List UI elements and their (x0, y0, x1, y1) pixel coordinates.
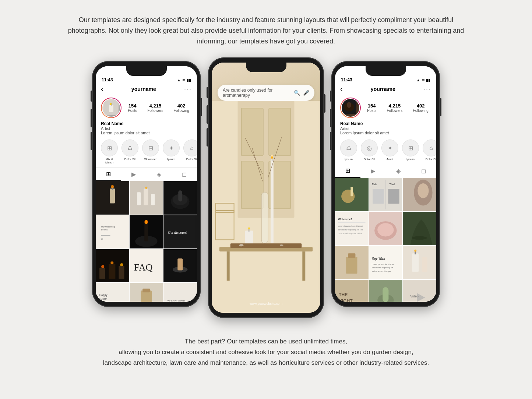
highlight-label-r5: Dolor Sit (426, 158, 436, 161)
signal-icon-right: ▲ (416, 78, 420, 82)
svg-text:Our Upcoming: Our Upcoming (101, 225, 115, 227)
battery-icon-right: ▮▮ (426, 78, 430, 82)
tab-video-right[interactable]: ▶ (360, 164, 386, 178)
svg-rect-78 (347, 102, 351, 108)
highlight-label-4: Ipsum (167, 158, 175, 161)
svg-point-26 (145, 220, 147, 224)
story-search-bar[interactable]: Are candles only used for aromatherapy 🔍… (218, 85, 314, 101)
highlight-dolor[interactable]: ♺ Dolor Sit (121, 140, 138, 164)
highlight-mix-match[interactable]: ⊞ Mix &Match (101, 140, 118, 164)
svg-rect-47 (142, 289, 150, 292)
svg-text:sed do eiusmod tempor: sed do eiusmod tempor (372, 270, 391, 272)
highlight-right-3[interactable]: ✦ Amet (381, 140, 398, 161)
avatar-image-right (342, 99, 359, 117)
svg-rect-30 (99, 268, 105, 279)
phone-right: 11:43 ▲ ≋ ▮▮ ‹ yourname ··· (331, 61, 440, 307)
highlight-label-r4: Ipsum (406, 158, 415, 161)
svg-point-34 (110, 261, 113, 264)
svg-point-12 (145, 187, 147, 189)
highlight-dolor-sit[interactable]: ⌂ Dolor Sit (183, 140, 197, 164)
grid-cell-left-1 (96, 181, 129, 215)
highlight-label-r1: Ipsum (345, 158, 353, 161)
svg-rect-17 (99, 218, 126, 246)
following-label-right: Following (413, 109, 429, 113)
bottom-text: The best part? Our templates can be used… (103, 336, 429, 368)
phone-right-button (201, 98, 202, 116)
tab-grid-right[interactable]: ⊞ (335, 164, 360, 178)
highlight-right-1[interactable]: ♺ Ipsum (340, 140, 357, 161)
svg-rect-87 (388, 189, 399, 204)
grid-cell-left-2 (130, 181, 163, 215)
more-options-left[interactable]: ··· (184, 85, 192, 93)
phone-center-screen: Are candles only used for aromatherapy 🔍… (212, 63, 320, 313)
highlight-circle-r5: ⌂ (423, 140, 436, 156)
bio-name-left: Real Name (101, 121, 192, 126)
grid-cell-left-8: FAQ (130, 249, 163, 283)
highlight-circle-r4: ⊞ (402, 140, 419, 156)
avatar-inner-left (102, 99, 120, 117)
intro-text: Our templates are designed specifically … (64, 15, 469, 46)
bio-role-left: Artist (101, 126, 192, 131)
avatar-inner-right (342, 99, 359, 117)
svg-rect-20 (101, 235, 110, 236)
phone-center-vol-down (207, 128, 208, 146)
notch-center (246, 63, 286, 72)
more-options-right[interactable]: ··· (423, 85, 431, 93)
highlights-right: ♺ Ipsum ◎ Dolor Sit ✦ Amet ⊞ Ipsum ⌂ D (335, 137, 436, 164)
svg-text:That: That (390, 183, 395, 186)
highlight-circle-r2: ◎ (361, 140, 378, 156)
search-icon[interactable]: 🔍 (294, 90, 300, 96)
followers-stat-left: 4,215 Followers (147, 103, 163, 113)
highlight-right-4[interactable]: ⊞ Ipsum (402, 140, 419, 161)
bio-name-right: Real Name (340, 121, 431, 126)
svg-point-7 (111, 185, 114, 188)
svg-rect-58 (227, 252, 230, 281)
tab-reels-right[interactable]: ◈ (386, 164, 411, 178)
avatar-image-left (102, 99, 120, 117)
tab-reels-left[interactable]: ◈ (147, 167, 172, 181)
story-screen: Are candles only used for aromatherapy 🔍… (212, 63, 320, 313)
svg-rect-105 (369, 246, 402, 279)
microphone-icon[interactable]: 🎤 (303, 90, 309, 96)
svg-text:The Latest Trends: The Latest Trends (166, 299, 185, 302)
phone-center: Are candles only used for aromatherapy 🔍… (208, 57, 324, 318)
svg-point-35 (120, 263, 123, 266)
svg-text:consectetur adipiscing elit: consectetur adipiscing elit (372, 266, 393, 269)
grid-cell-right-11 (369, 280, 402, 302)
grid-cell-left-6: Get discount (163, 215, 197, 249)
followers-num-left: 4,215 (147, 103, 163, 109)
back-button-left[interactable]: ‹ (101, 85, 103, 93)
tab-tagged-left[interactable]: ◻ (172, 167, 197, 181)
tab-video-left[interactable]: ▶ (121, 167, 147, 181)
phone-left: 11:43 ▲ ≋ ▮▮ ‹ yourname ··· (92, 61, 201, 307)
phone-left-screen: 11:43 ▲ ≋ ▮▮ ‹ yourname ··· (96, 66, 197, 302)
photo-grid-right: ThisThat Welcome!Lorem ipsum dolor sit a… (335, 178, 436, 302)
back-button-right[interactable]: ‹ (340, 85, 343, 93)
notch-right (366, 66, 406, 76)
tab-tagged-right[interactable]: ◻ (411, 164, 436, 178)
tab-grid-left[interactable]: ⊞ (96, 167, 121, 181)
ig-header-left: ‹ yourname ··· (96, 83, 197, 95)
svg-rect-5 (110, 189, 115, 204)
svg-rect-32 (119, 266, 124, 279)
highlight-ipsum[interactable]: ✦ Ipsum (163, 140, 180, 164)
grid-cell-left-7 (96, 249, 129, 283)
svg-text:Happy: Happy (99, 294, 108, 297)
svg-text:Lorem ipsum dolor sit amet: Lorem ipsum dolor sit amet (338, 225, 363, 227)
highlight-clearance[interactable]: ⊟ Clearance (142, 140, 159, 164)
phone-right-screen: 11:43 ▲ ≋ ▮▮ ‹ yourname ··· (335, 66, 436, 302)
highlight-label-5: Dolor Sit (186, 158, 197, 161)
grid-cell-left-3 (163, 181, 197, 215)
highlight-label-r3: Amet (387, 158, 394, 161)
highlight-circle-3: ⊟ (142, 140, 159, 156)
highlight-right-5[interactable]: ⌂ Dolor Sit (423, 140, 436, 161)
phone-right-mute (330, 91, 331, 102)
posts-label-left: Posts (128, 109, 137, 113)
svg-text:Health: Health (99, 298, 108, 300)
highlight-right-2[interactable]: ◎ Dolor Sit (361, 140, 378, 161)
svg-text:Welcome!: Welcome! (338, 218, 352, 221)
candle-story-svg (212, 101, 320, 313)
svg-text:THE: THE (339, 292, 348, 297)
story-image-area (212, 101, 320, 313)
website-url: www.yourwebsite.com (250, 302, 282, 306)
